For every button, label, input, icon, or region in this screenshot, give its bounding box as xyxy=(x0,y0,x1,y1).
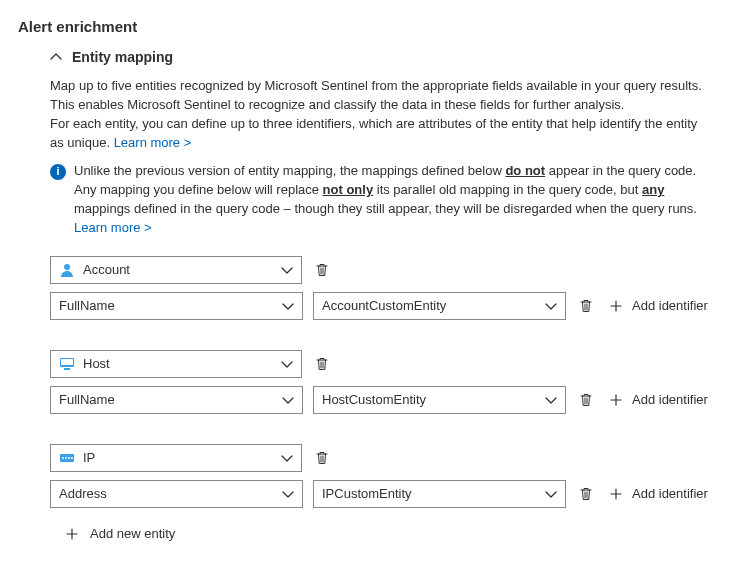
svg-point-5 xyxy=(62,457,64,459)
chevron-down-icon xyxy=(282,300,294,312)
entity-type-label: Host xyxy=(83,356,110,371)
identifier-attr-select[interactable]: FullName xyxy=(50,292,303,320)
entity-type-label: Account xyxy=(83,262,130,277)
add-identifier-button[interactable]: Add identifier xyxy=(606,390,708,410)
delete-entity-button[interactable] xyxy=(312,260,332,280)
entity-block-host: Host FullName HostCustomEntity xyxy=(50,350,723,414)
add-entity-button[interactable]: Add new entity xyxy=(62,524,723,544)
chevron-down-icon xyxy=(282,394,294,406)
plus-icon xyxy=(62,524,82,544)
entity-block-account: Account FullName AccountCustomEntity xyxy=(50,256,723,320)
entity-type-select[interactable]: Host xyxy=(50,350,302,378)
add-identifier-button[interactable]: Add identifier xyxy=(606,484,708,504)
add-identifier-button[interactable]: Add identifier xyxy=(606,296,708,316)
svg-point-6 xyxy=(65,457,67,459)
delete-identifier-button[interactable] xyxy=(576,390,596,410)
delete-identifier-button[interactable] xyxy=(576,296,596,316)
delete-identifier-button[interactable] xyxy=(576,484,596,504)
entity-type-select[interactable]: Account xyxy=(50,256,302,284)
identifier-value-select[interactable]: HostCustomEntity xyxy=(313,386,566,414)
identifier-attr-select[interactable]: Address xyxy=(50,480,303,508)
account-icon xyxy=(59,262,75,278)
chevron-down-icon xyxy=(545,488,557,500)
identifier-attr-select[interactable]: FullName xyxy=(50,386,303,414)
identifier-value-select[interactable]: AccountCustomEntity xyxy=(313,292,566,320)
entity-type-label: IP xyxy=(83,450,95,465)
plus-icon xyxy=(606,390,626,410)
chevron-down-icon xyxy=(545,394,557,406)
svg-point-0 xyxy=(64,264,70,270)
delete-entity-button[interactable] xyxy=(312,354,332,374)
chevron-down-icon xyxy=(282,488,294,500)
ip-icon xyxy=(59,450,75,466)
entity-block-ip: IP Address IPCustomEntity xyxy=(50,444,723,508)
info-icon: i xyxy=(50,164,66,180)
host-icon xyxy=(59,356,75,372)
delete-entity-button[interactable] xyxy=(312,448,332,468)
info-banner: i Unlike the previous version of entity … xyxy=(50,162,713,237)
svg-point-7 xyxy=(68,457,70,459)
section-title: Entity mapping xyxy=(72,49,173,65)
identifier-value-select[interactable]: IPCustomEntity xyxy=(313,480,566,508)
chevron-down-icon xyxy=(545,300,557,312)
chevron-down-icon xyxy=(281,264,293,276)
page-title: Alert enrichment xyxy=(18,18,723,35)
plus-icon xyxy=(606,484,626,504)
learn-more-link[interactable]: Learn more > xyxy=(114,135,192,150)
svg-point-8 xyxy=(71,457,73,459)
plus-icon xyxy=(606,296,626,316)
svg-rect-2 xyxy=(61,359,73,365)
chevron-up-icon xyxy=(50,51,62,63)
entity-type-select[interactable]: IP xyxy=(50,444,302,472)
svg-rect-3 xyxy=(64,368,70,370)
section-description: Map up to five entities recognized by Mi… xyxy=(50,77,713,152)
section-toggle[interactable]: Entity mapping xyxy=(50,49,723,65)
chevron-down-icon xyxy=(281,452,293,464)
chevron-down-icon xyxy=(281,358,293,370)
info-learn-more-link[interactable]: Learn more > xyxy=(74,220,152,235)
